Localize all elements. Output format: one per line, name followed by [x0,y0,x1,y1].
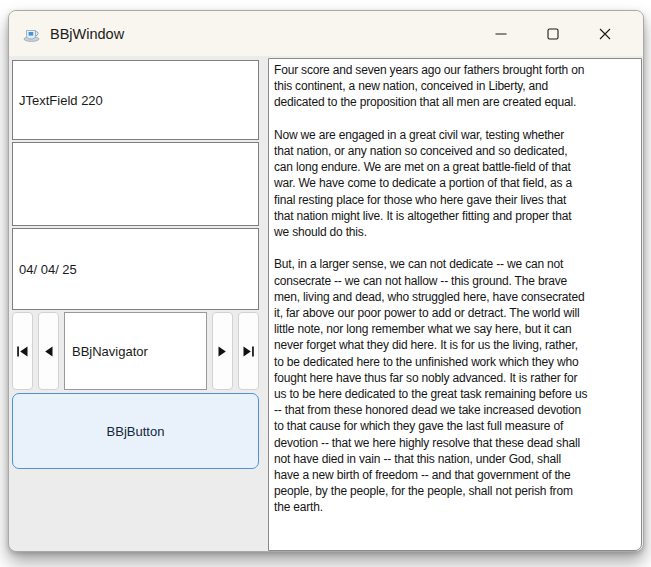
previous-record-button[interactable] [38,312,59,390]
jtextfield-value: JTextField 220 [19,93,103,108]
bbj-button[interactable]: BBjButton [12,393,259,469]
minimize-button[interactable] [475,11,527,56]
maximize-icon [547,28,559,40]
close-button[interactable] [579,11,631,56]
maximize-button[interactable] [527,11,579,56]
next-record-icon [217,345,228,358]
bbj-window: BBjWindow JTextField 220 04/ 04/ 25 [8,10,644,552]
desktop: BBjWindow JTextField 220 04/ 04/ 25 [0,0,651,567]
bbj-button-label: BBjButton [107,424,165,439]
window-title: BBjWindow [50,26,124,42]
close-icon [599,28,611,40]
last-record-button[interactable] [238,312,259,390]
last-record-icon [242,345,255,358]
next-record-button[interactable] [212,312,233,390]
caption-controls [475,11,631,56]
first-record-icon [16,345,29,358]
date-input[interactable]: 04/ 04/ 25 [12,228,259,310]
first-record-button[interactable] [12,312,33,390]
coffee-cup-app-icon [23,26,41,42]
navigator-text-field[interactable]: BBjNavigator [64,312,207,390]
empty-text-input[interactable] [12,142,259,226]
jtextfield-input[interactable]: JTextField 220 [12,60,259,140]
date-value: 04/ 04/ 25 [19,262,77,277]
bbj-navigator: BBjNavigator [12,312,259,390]
title-bar[interactable]: BBjWindow [9,11,643,56]
previous-record-icon [43,345,54,358]
navigator-label: BBjNavigator [72,344,148,359]
minimize-icon [495,28,507,40]
gettysburg-text-area[interactable]: Four score and seven years ago our fathe… [268,58,642,551]
